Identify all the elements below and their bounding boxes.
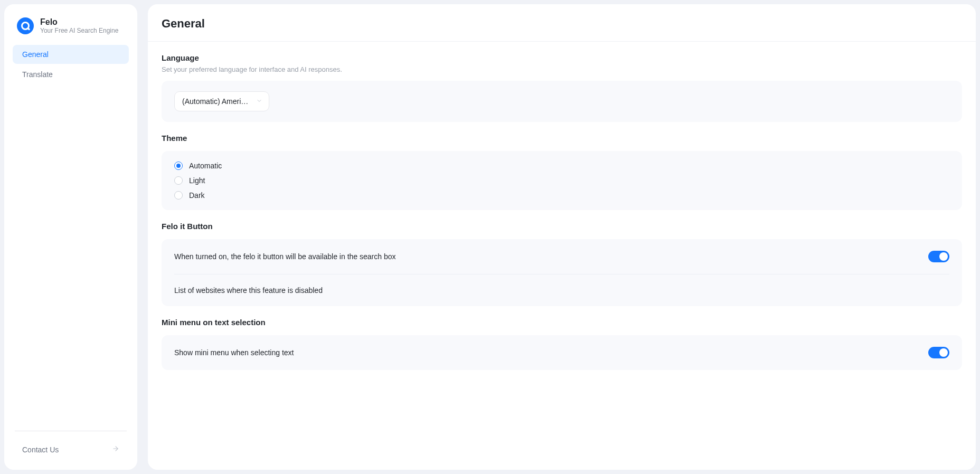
language-description: Set your preferred language for interfac…: [162, 65, 962, 73]
sidebar-nav: General Translate: [13, 45, 129, 84]
felo-button-enable-row: When turned on, the felo it button will …: [162, 239, 962, 274]
felo-button-disabled-sites-label: List of websites where this feature is d…: [174, 286, 323, 295]
mini-menu-enable-row: Show mini menu when selecting text: [162, 335, 962, 370]
theme-option-automatic[interactable]: Automatic: [174, 162, 949, 170]
theme-heading: Theme: [162, 134, 962, 143]
radio-icon: [174, 162, 183, 170]
section-mini-menu: Mini menu on text selection Show mini me…: [148, 306, 976, 370]
felo-button-enable-label: When turned on, the felo it button will …: [174, 252, 395, 261]
mini-menu-heading: Mini menu on text selection: [162, 318, 962, 327]
theme-radio-group: Automatic Light Dark: [174, 162, 949, 200]
language-select[interactable]: (Automatic) America...: [174, 91, 269, 111]
felo-button-heading: Felo it Button: [162, 222, 962, 231]
chevron-down-icon: [256, 97, 262, 106]
theme-panel: Automatic Light Dark: [162, 151, 962, 210]
contact-label: Contact Us: [22, 445, 59, 454]
sidebar-item-label: Translate: [22, 70, 53, 79]
sidebar-item-general[interactable]: General: [13, 45, 129, 64]
theme-option-dark[interactable]: Dark: [174, 191, 949, 200]
sidebar-item-label: General: [22, 50, 49, 59]
language-heading: Language: [162, 53, 962, 62]
sidebar-item-translate[interactable]: Translate: [13, 65, 129, 84]
divider: [15, 431, 127, 431]
language-select-value: (Automatic) America...: [182, 97, 250, 106]
contact-us-link[interactable]: Contact Us: [13, 443, 129, 459]
brand[interactable]: Felo Your Free AI Search Engine: [13, 15, 129, 45]
section-felo-button: Felo it Button When turned on, the felo …: [148, 210, 976, 306]
brand-title: Felo: [40, 17, 118, 27]
mini-menu-panel: Show mini menu when selecting text: [162, 335, 962, 370]
radio-icon: [174, 191, 183, 200]
brand-tagline: Your Free AI Search Engine: [40, 27, 118, 35]
theme-option-label: Dark: [189, 191, 205, 200]
language-panel: (Automatic) America...: [162, 81, 962, 122]
theme-option-label: Light: [189, 176, 205, 185]
main-content: General Language Set your preferred lang…: [148, 4, 976, 470]
section-theme: Theme Automatic Light Dark: [148, 122, 976, 210]
page-title: General: [148, 4, 976, 42]
radio-icon: [174, 176, 183, 185]
mini-menu-toggle[interactable]: [928, 347, 949, 358]
section-language: Language Set your preferred language for…: [148, 42, 976, 122]
felo-button-panel: When turned on, the felo it button will …: [162, 239, 962, 306]
sidebar: Felo Your Free AI Search Engine General …: [4, 4, 137, 470]
theme-option-light[interactable]: Light: [174, 176, 949, 185]
sidebar-footer: Contact Us: [13, 424, 129, 459]
mini-menu-enable-label: Show mini menu when selecting text: [174, 348, 294, 357]
theme-option-label: Automatic: [189, 162, 222, 170]
brand-logo-icon: [17, 17, 34, 34]
felo-button-disabled-sites-row[interactable]: List of websites where this feature is d…: [162, 274, 962, 306]
felo-button-toggle[interactable]: [928, 251, 949, 262]
arrow-right-icon: [112, 445, 119, 454]
